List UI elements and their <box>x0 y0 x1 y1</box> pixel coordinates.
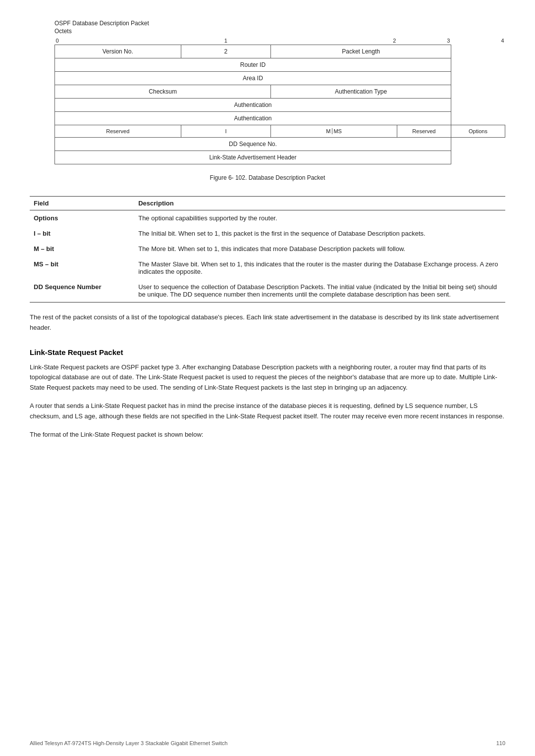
section-text-1: Link-State Request packets are OSPF pack… <box>30 362 505 393</box>
field-name-cell: Options <box>30 210 134 226</box>
field-desc-cell: The Initial bit. When set to 1, this pac… <box>134 226 505 241</box>
mms-cell: MMS <box>271 125 397 138</box>
area-id-row: Area ID <box>55 72 505 85</box>
col-desc: Description <box>134 197 505 210</box>
field-desc-cell: The More bit. When set to 1, this indica… <box>134 241 505 256</box>
router-id-cell: Router ID <box>55 58 451 72</box>
i-bit-cell: I <box>181 125 271 138</box>
col-field: Field <box>30 197 134 210</box>
field-desc-cell: The optional capabilities supported by t… <box>134 210 505 226</box>
version-row: Version No. 2 Packet Length <box>55 45 505 58</box>
field-table-row: M – bitThe More bit. When set to 1, this… <box>30 241 505 256</box>
lsah-cell: Link-State Advertisement Header <box>55 151 451 164</box>
field-table-row: OptionsThe optional capabilities support… <box>30 210 505 226</box>
checksum-row: Checksum Authentication Type <box>55 85 505 99</box>
section-heading: Link-State Request Packet <box>30 348 505 356</box>
field-table-header: Field Description <box>30 197 505 210</box>
auth-row-2: Authentication <box>55 112 505 125</box>
auth-cell-1: Authentication <box>55 99 451 112</box>
section-text-2: A router that sends a Link-State Request… <box>30 401 505 422</box>
packet-title: OSPF Database Description Packet <box>54 20 505 27</box>
body-text-1: The rest of the packet consists of a lis… <box>30 312 505 333</box>
field-table-row: MS – bitThe Master Slave bit. When set t… <box>30 256 505 279</box>
reserved-cell-1: Reserved <box>55 125 181 138</box>
packet-table: 0 1 2 3 4 Version No. 2 Packet Length Ro… <box>54 37 505 164</box>
field-name-cell: I – bit <box>30 226 134 241</box>
figure-caption: Figure 6- 102. Database Description Pack… <box>30 174 505 181</box>
reserved-cell-2: Reserved <box>397 125 451 138</box>
reserved-row: Reserved I MMS Reserved Options <box>55 125 505 138</box>
auth-type-cell: Authentication Type <box>271 85 451 99</box>
field-desc-cell: User to sequence the collection of Datab… <box>134 279 505 302</box>
packet-length-cell: Packet Length <box>271 45 451 58</box>
field-name-cell: DD Sequence Number <box>30 279 134 302</box>
field-name-cell: MS – bit <box>30 256 134 279</box>
checksum-cell: Checksum <box>55 85 271 99</box>
section-text-3: The format of the Link-State Request pac… <box>30 430 505 440</box>
field-name-cell: M – bit <box>30 241 134 256</box>
router-id-row: Router ID <box>55 58 505 72</box>
field-desc-cell: The Master Slave bit. When set to 1, thi… <box>134 256 505 279</box>
lsah-row: Link-State Advertisement Header <box>55 151 505 164</box>
version-no-cell: Version No. <box>55 45 181 58</box>
version-2-cell: 2 <box>181 45 271 58</box>
field-table: Field Description OptionsThe optional ca… <box>30 196 505 302</box>
octet-header-row: 0 1 2 3 4 <box>55 37 505 45</box>
options-reserved-combined: Options <box>451 125 505 138</box>
auth-cell-2: Authentication <box>55 112 451 125</box>
field-table-row: DD Sequence NumberUser to sequence the c… <box>30 279 505 302</box>
dd-seq-row: DD Sequence No. <box>55 138 505 151</box>
field-table-row: I – bitThe Initial bit. When set to 1, t… <box>30 226 505 241</box>
auth-row-1: Authentication <box>55 99 505 112</box>
packet-subtitle: Octets <box>54 28 505 35</box>
packet-diagram-section: OSPF Database Description Packet Octets … <box>54 20 505 164</box>
area-id-cell: Area ID <box>55 72 451 85</box>
dd-seq-cell: DD Sequence No. <box>55 138 451 151</box>
